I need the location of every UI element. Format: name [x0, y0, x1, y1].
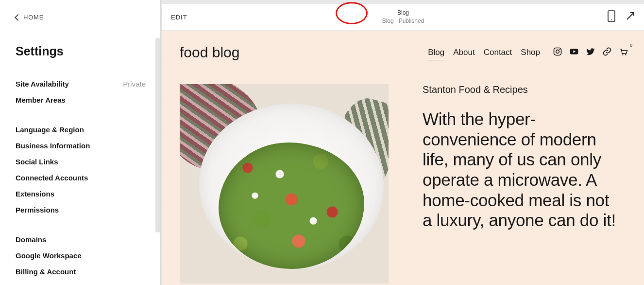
sidebar-item-domains[interactable]: Domains	[16, 232, 160, 248]
svg-point-1	[611, 19, 612, 20]
nav-link-contact[interactable]: Contact	[484, 48, 512, 57]
cart-count: 0	[630, 43, 632, 48]
svg-point-7	[622, 54, 623, 55]
sidebar-item-business-information[interactable]: Business Information	[16, 138, 160, 154]
row-label: Member Areas	[16, 96, 66, 104]
article-kicker: Stanton Food & Recipes	[423, 84, 628, 95]
sidebar-item-member-areas[interactable]: Member Areas	[16, 92, 160, 108]
nav-link-about[interactable]: About	[453, 48, 475, 57]
article-headline: With the hyper-convenience of modern lif…	[423, 109, 622, 231]
settings-group-site: Site Availability Private Member Areas	[16, 76, 160, 108]
twitter-icon[interactable]	[586, 47, 595, 58]
sidebar-item-google-workspace[interactable]: Google Workspace	[16, 248, 160, 264]
cart-icon[interactable]: 0	[619, 47, 628, 58]
svg-point-4	[559, 49, 560, 50]
settings-sidebar: HOME Settings Site Availability Private …	[0, 0, 160, 285]
scrollbar[interactable]	[155, 38, 160, 232]
page-subtitle: Blog · Published	[382, 17, 424, 25]
row-label: Billing & Account	[16, 267, 76, 276]
sidebar-item-language-region[interactable]: Language & Region	[16, 122, 160, 138]
row-label: Connected Accounts	[16, 174, 88, 182]
site-nav: Blog About Contact Shop 0	[428, 47, 628, 58]
row-label: Language & Region	[16, 125, 84, 134]
site-header: food blog Blog About Contact Shop 0	[180, 44, 628, 61]
settings-title: Settings	[16, 44, 160, 58]
page-title-block: Blog Blog · Published	[382, 9, 424, 25]
sidebar-item-permissions[interactable]: Permissions	[16, 202, 160, 218]
site-preview: food blog Blog About Contact Shop 0	[162, 31, 644, 285]
settings-group-account: Domains Google Workspace Billing & Accou…	[16, 232, 160, 280]
site-brand[interactable]: food blog	[180, 44, 239, 61]
instagram-icon[interactable]	[553, 47, 562, 58]
row-label: Permissions	[16, 206, 59, 214]
preview-area: EDIT Blog Blog · Published food blog Blo…	[162, 0, 644, 285]
page-title: Blog	[382, 9, 424, 17]
row-label: Site Availability	[16, 80, 69, 88]
svg-point-3	[556, 50, 559, 53]
svg-point-8	[625, 54, 626, 55]
home-back-link[interactable]: HOME	[16, 14, 160, 21]
row-label: Extensions	[16, 190, 54, 198]
site-body: Stanton Food & Recipes With the hyper-co…	[180, 84, 628, 284]
edit-button[interactable]: EDIT	[171, 14, 187, 21]
nav-link-shop[interactable]: Shop	[521, 48, 540, 57]
sidebar-item-connected-accounts[interactable]: Connected Accounts	[16, 170, 160, 186]
link-icon[interactable]	[602, 47, 612, 58]
article-text: Stanton Food & Recipes With the hyper-co…	[423, 84, 628, 284]
sidebar-item-site-availability[interactable]: Site Availability Private	[16, 76, 160, 92]
row-label: Domains	[16, 235, 46, 244]
social-icon-row: 0	[553, 47, 628, 58]
article-image[interactable]	[180, 84, 389, 284]
settings-group-business: Language & Region Business Information S…	[16, 122, 160, 218]
preview-topbar: EDIT Blog Blog · Published	[162, 4, 644, 31]
row-value: Private	[123, 80, 146, 88]
nav-link-blog[interactable]: Blog	[428, 48, 444, 57]
row-label: Business Information	[16, 142, 90, 150]
expand-preview-icon[interactable]	[626, 11, 635, 23]
sidebar-item-social-links[interactable]: Social Links	[16, 154, 160, 170]
row-label: Google Workspace	[16, 251, 82, 260]
chevron-left-icon	[15, 14, 21, 20]
sidebar-item-billing-account[interactable]: Billing & Account	[16, 264, 160, 280]
home-label: HOME	[23, 14, 44, 21]
mobile-preview-icon[interactable]	[607, 10, 616, 24]
sidebar-item-extensions[interactable]: Extensions	[16, 186, 160, 202]
row-label: Social Links	[16, 158, 58, 166]
youtube-icon[interactable]	[569, 47, 579, 58]
